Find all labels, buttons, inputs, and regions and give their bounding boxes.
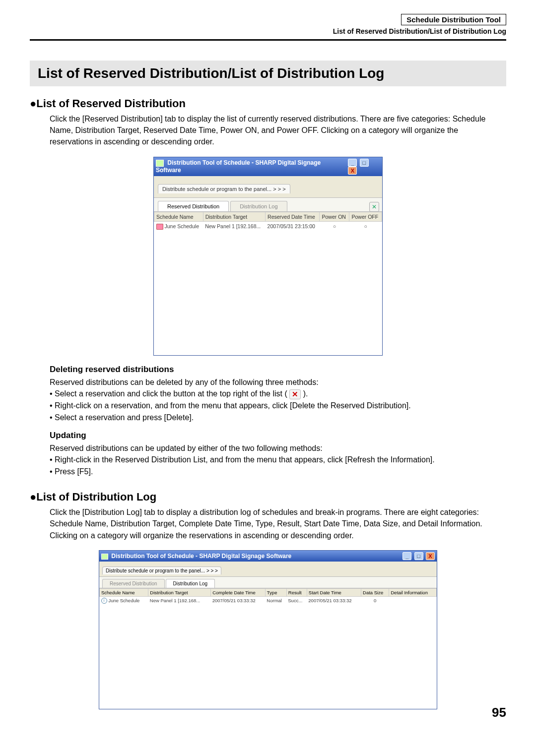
window-title-text: Distribution Tool of Schedule - SHARP Di… <box>156 159 321 174</box>
cell-name: June Schedule <box>109 598 140 603</box>
col-distribution-target[interactable]: Distribution Target <box>148 588 211 596</box>
col-power-off[interactable]: Power OFF <box>349 212 382 221</box>
screenshot-reserved-distribution: Distribution Tool of Schedule - SHARP Di… <box>153 157 383 356</box>
updating-intro: Reserved distributions can be updated by… <box>50 442 496 454</box>
col-type[interactable]: Type <box>265 588 286 596</box>
reserved-table: Schedule Name Distribution Target Reserv… <box>154 212 382 231</box>
schedule-icon <box>156 224 163 230</box>
header-tool-name: Schedule Distribution Tool <box>401 14 506 25</box>
distribute-tab[interactable]: Distribute schedule or program to the pa… <box>158 184 290 193</box>
cell-result: Succ... <box>286 596 307 605</box>
distribute-tab[interactable]: Distribute schedule or program to the pa… <box>102 567 221 574</box>
deleting-intro: Reserved distributions can be deleted by… <box>50 377 496 388</box>
header-divider <box>30 39 506 41</box>
tab-reserved-distribution[interactable]: Reserved Distribution <box>158 201 229 211</box>
delete-reservation-icon[interactable]: ✕ <box>369 202 379 212</box>
table-row[interactable]: iJune Schedule New Panel 1 [192.168... 2… <box>100 596 437 605</box>
section2-paragraph: Click the [Distribution Log] tab to disp… <box>50 506 496 541</box>
col-complete-date-time[interactable]: Complete Date Time <box>211 588 266 596</box>
deleting-bullet-1: Select a reservation and click the butto… <box>50 388 506 400</box>
updating-bullet-1: Right-click in the Reserved Distribution… <box>50 454 506 466</box>
col-reserved-date-time[interactable]: Reserved Date Time <box>266 212 320 221</box>
cell-size: 0 <box>361 596 389 605</box>
header-subtitle: List of Reserved Distribution/List of Di… <box>30 27 506 35</box>
page-title: List of Reserved Distribution/List of Di… <box>30 61 506 86</box>
list-empty-area <box>99 605 437 709</box>
maximize-icon[interactable]: □ <box>360 159 369 167</box>
col-distribution-target[interactable]: Distribution Target <box>203 212 265 221</box>
tab-distribution-log[interactable]: Distribution Log <box>166 579 215 588</box>
minimize-icon[interactable]: _ <box>402 552 411 560</box>
col-data-size[interactable]: Data Size <box>361 588 389 596</box>
deleting-bullet-2: Right-click on a reservation, and from t… <box>50 400 506 412</box>
col-schedule-name[interactable]: Schedule Name <box>154 212 203 221</box>
cell-power-off: ○ <box>349 221 382 231</box>
window-title-text: Distribution Tool of Schedule - SHARP Di… <box>111 553 291 560</box>
sub-tabs: Reserved Distribution Distribution Log <box>99 576 437 588</box>
delete-icon-inline: ✕ <box>289 389 301 399</box>
app-icon <box>101 554 108 560</box>
section1-heading: ●List of Reserved Distribution <box>30 97 506 110</box>
cell-date: 2007/05/31 23:15:00 <box>266 221 320 231</box>
app-icon <box>156 160 164 167</box>
cell-power-on: ○ <box>320 221 349 231</box>
close-icon[interactable]: X <box>426 552 435 560</box>
section1-paragraph: Click the [Reserved Distribution] tab to… <box>50 113 496 148</box>
sub-tabs: Reserved Distribution Distribution Log ✕ <box>154 197 382 211</box>
screenshot-distribution-log: Distribution Tool of Schedule - SHARP Di… <box>99 550 437 709</box>
cell-target: New Panel 1 [192.168... <box>203 221 265 231</box>
tab-reserved-distribution[interactable]: Reserved Distribution <box>102 579 165 588</box>
updating-heading: Updating <box>50 431 506 441</box>
deleting-bullet-3: Select a reservation and press [Delete]. <box>50 412 506 424</box>
cell-complete: 2007/05/21 03:33:32 <box>211 596 266 605</box>
cell-name: June Schedule <box>165 223 199 229</box>
window-titlebar: Distribution Tool of Schedule - SHARP Di… <box>154 157 382 176</box>
cell-target: New Panel 1 [192.168... <box>148 596 211 605</box>
col-result[interactable]: Result <box>286 588 307 596</box>
col-schedule-name[interactable]: Schedule Name <box>100 588 148 596</box>
cell-type: Normal <box>265 596 286 605</box>
maximize-icon[interactable]: □ <box>414 552 423 560</box>
list-empty-area <box>154 231 382 355</box>
section2-heading: ●List of Distribution Log <box>30 491 506 504</box>
minimize-icon[interactable]: _ <box>348 159 357 167</box>
window-titlebar: Distribution Tool of Schedule - SHARP Di… <box>99 551 437 562</box>
deleting-heading: Deleting reserved distributions <box>50 365 506 375</box>
col-detail-information[interactable]: Detail Information <box>389 588 437 596</box>
col-start-date-time[interactable]: Start Date Time <box>307 588 361 596</box>
table-row[interactable]: June Schedule New Panel 1 [192.168... 20… <box>154 221 382 231</box>
updating-bullet-2: Press [F5]. <box>50 466 506 478</box>
tab-distribution-log[interactable]: Distribution Log <box>230 201 287 211</box>
page-number: 95 <box>492 705 506 720</box>
close-icon[interactable]: X <box>348 167 357 175</box>
log-table: Schedule Name Distribution Target Comple… <box>99 588 437 605</box>
cell-start: 2007/05/21 03:33:32 <box>307 596 361 605</box>
cell-detail <box>389 596 437 605</box>
log-item-icon: i <box>101 598 107 604</box>
col-power-on[interactable]: Power ON <box>320 212 349 221</box>
